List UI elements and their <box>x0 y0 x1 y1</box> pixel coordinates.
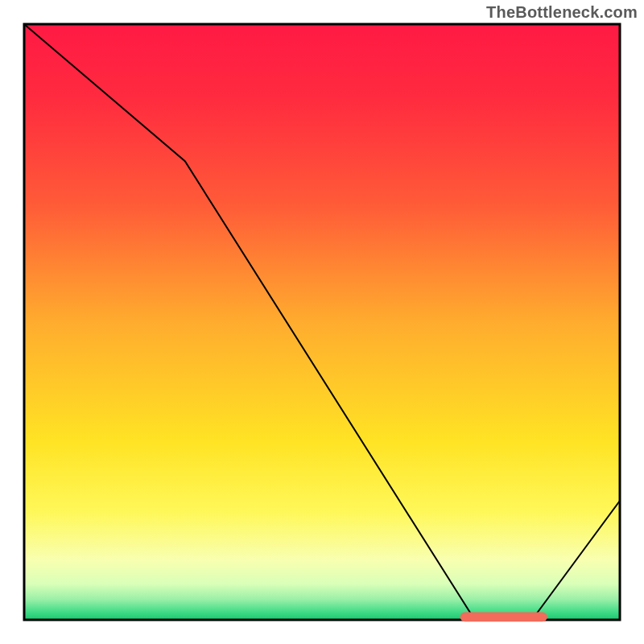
bottleneck-chart <box>0 0 644 644</box>
plot-background <box>24 24 620 620</box>
attribution-label: TheBottleneck.com <box>486 3 638 22</box>
